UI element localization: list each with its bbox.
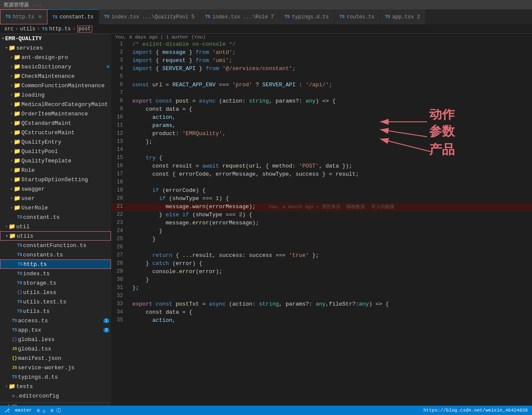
sidebar-item-swagger[interactable]: › 📁 swagger (0, 184, 111, 194)
sidebar-item-editorconfig[interactable]: ⚙ .editorconfig (0, 391, 111, 400)
item-label: QCstandardMaint (20, 120, 111, 127)
code-line-content: const url = REACT_APP_ENV === 'prod' ? S… (128, 81, 532, 89)
sidebar-item-constant-ts[interactable]: TS constant.ts (0, 212, 111, 222)
sidebar-item-index[interactable]: TS index.ts (0, 269, 111, 278)
sidebar-item-constants[interactable]: TS constants.ts (0, 250, 111, 259)
code-table: 1/* eslint-disable no-console */2import … (111, 41, 532, 325)
ts-file-icon: TS (17, 215, 22, 220)
code-area[interactable]: 1/* eslint-disable no-console */2import … (111, 41, 532, 406)
sidebar-outline[interactable]: ▾ 大纲 (0, 403, 111, 406)
line-number: 35 (111, 317, 128, 325)
csdn-link[interactable]: https://blog.csdn.net/weixin_46424838 (424, 408, 528, 413)
folder-icon: 📁 (9, 44, 15, 51)
tab-constant-ts[interactable]: TS constant.ts (47, 9, 99, 24)
sidebar-item-Role[interactable]: › 📁 Role (0, 165, 111, 175)
sidebar-item-global-tsx[interactable]: JS global.tsx (0, 344, 111, 353)
sidebar-item-typings[interactable]: TS typings.d.ts (0, 372, 111, 382)
status-bar-right: https://blog.csdn.net/weixin_46424838 (424, 408, 528, 413)
sidebar-item-utils-test[interactable]: TS utils.test.ts (0, 297, 111, 306)
item-label: utils.test.ts (22, 299, 111, 305)
sidebar-services[interactable]: ▾ 📁 services (0, 43, 111, 53)
code-line-content (128, 179, 532, 187)
sidebar-item-CommonFunctionMaintenance[interactable]: › 📁 CommonFunctionMaintenance (0, 81, 111, 90)
line-number: 23 (111, 219, 128, 227)
ts-file-icon: TS (12, 328, 17, 333)
sidebar-item-access[interactable]: TS access.ts 1 (0, 316, 111, 325)
tab-typings[interactable]: TS typings.d.ts (280, 9, 334, 24)
chevron-right-icon: › (10, 102, 13, 107)
sidebar-item-user[interactable]: › 📁 user (0, 194, 111, 203)
chevron-right-icon: › (10, 206, 13, 210)
line-number: 4 (111, 65, 128, 73)
item-label: Role (20, 167, 111, 174)
sidebar-item-storage[interactable]: TS storage.ts (0, 278, 111, 288)
sidebar-item-MedicalRecordCategoryMaint[interactable]: › 📁 MedicalRecordCategoryMaint (0, 100, 111, 109)
line-number: 14 (111, 146, 128, 154)
breadcrumb-ts-icon: TS (42, 26, 47, 32)
git-info: You, 6 days ago | 1 author (You) (111, 34, 532, 41)
sidebar-item-loading[interactable]: › 📁 loading (0, 90, 111, 100)
chevron-right-icon: › (10, 177, 13, 182)
sidebar-util[interactable]: › 📁 util (0, 222, 111, 231)
sidebar-item-OrderItemMaintenance[interactable]: › 📁 OrderItemMaintenance (0, 109, 111, 118)
table-row: 5 (111, 73, 532, 81)
sidebar-item-QualityTmeplate[interactable]: › 📁 QualityTmeplate (0, 156, 111, 165)
table-row: 14 (111, 146, 532, 154)
folder-icon: 📁 (14, 63, 20, 70)
line-number: 7 (111, 89, 128, 97)
tab-http-ts[interactable]: TS http.ts × (0, 9, 47, 24)
sidebar-item-StartupOptionSetting[interactable]: › 📁 StartupOptionSetting (0, 175, 111, 184)
sidebar: ▾ EMR-QUALITY ▾ 📁 services › 📁 ant-desig… (0, 34, 111, 406)
sidebar-utils[interactable]: ▾ 📁 utils (0, 231, 111, 241)
sidebar-item-QualityPool[interactable]: › 📁 QualityPool (0, 147, 111, 156)
main-area: ▾ EMR-QUALITY ▾ 📁 services › 📁 ant-desig… (0, 34, 532, 406)
sidebar-item-QCstructureMaint[interactable]: › 📁 QCstructureMaint (0, 128, 111, 137)
error-count: 0 △ (37, 408, 46, 413)
tab-index-tsx-role[interactable]: TS index.tsx ...\Role 7 (200, 9, 280, 24)
item-label: utils.less (22, 289, 111, 296)
tab-routes[interactable]: TS routes.ts (334, 9, 380, 24)
line-number: 24 (111, 227, 128, 235)
tab-app[interactable]: TS app.tsx 2 (380, 9, 426, 24)
sidebar-item-QualityEntry[interactable]: › 📁 QualityEntry (0, 137, 111, 147)
code-line-content: import { message } from 'antd'; (128, 49, 532, 57)
line-number: 21 (111, 203, 128, 211)
tab-label: constant.ts (60, 14, 94, 20)
sidebar-item-http-ts[interactable]: TS http.ts (0, 259, 111, 269)
chevron-down-icon: ▾ (5, 45, 8, 50)
sidebar-item-manifest[interactable]: {} manifest.json (0, 353, 111, 363)
sidebar-item-global-less[interactable]: {} global.less (0, 335, 111, 344)
sidebar-root[interactable]: ▾ EMR-QUALITY (0, 34, 111, 43)
sidebar-item-utils-less[interactable]: {} utils.less (0, 288, 111, 297)
sidebar-item-CheckMaintenance[interactable]: › 📁 CheckMaintenance (0, 71, 111, 81)
sidebar-item-tests[interactable]: › 📁 tests (0, 382, 111, 391)
table-row: 23 message.error(errorMessage); (111, 219, 532, 227)
item-label: ant-design-pro (20, 54, 111, 61)
table-row: 29 console.error(error); (111, 268, 532, 276)
tab-label: http.ts (13, 14, 34, 20)
sidebar-item-app-tsx[interactable]: TS app.tsx 3 (0, 325, 111, 335)
line-number: 27 (111, 252, 128, 260)
sidebar-item-constantFunction[interactable]: TS constantFunction.ts (0, 241, 111, 250)
chevron-right-icon: › (10, 196, 13, 201)
sidebar-item-UserRole[interactable]: › 📁 UserRole (0, 203, 111, 212)
sidebar-item-basicDictionary[interactable]: › 📁 basicDictionary (0, 62, 111, 71)
line-number: 28 (111, 260, 128, 268)
folder-icon: 📁 (14, 195, 20, 202)
code-line-content: import { SERVER_API } from '@/services/c… (128, 65, 532, 73)
chevron-right-icon: › (5, 384, 8, 389)
breadcrumb-http[interactable]: http.ts (49, 26, 70, 32)
tab-index-tsx-quality[interactable]: TS index.tsx ...\QualityPool 5 (99, 9, 200, 24)
breadcrumb-utils[interactable]: utils (20, 26, 35, 32)
chevron-right-icon: › (10, 55, 13, 60)
tab-close-icon[interactable]: × (38, 14, 41, 21)
breadcrumb-post[interactable]: post (77, 26, 92, 32)
sidebar-item-service-worker[interactable]: JS service-worker.js (0, 363, 111, 372)
title-overflow[interactable]: ... (32, 2, 42, 8)
sidebar-item-utils-ts[interactable]: TS utils.ts (0, 306, 111, 316)
line-number: 30 (111, 276, 128, 284)
code-line-content: } (128, 227, 532, 235)
sidebar-item-QCstandardMaint[interactable]: › 📁 QCstandardMaint (0, 118, 111, 128)
breadcrumb-src[interactable]: src (4, 26, 14, 32)
sidebar-item-ant-design-pro[interactable]: › 📁 ant-design-pro (0, 53, 111, 62)
